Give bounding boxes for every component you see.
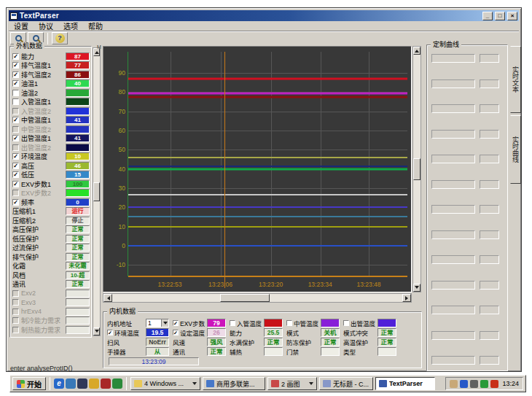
task-button-2 画图[interactable]: 2 画图 <box>267 377 317 390</box>
close-button[interactable]: × <box>507 12 517 20</box>
task-button-TextParser[interactable]: TextParser <box>375 377 435 390</box>
alert-tray-icon[interactable] <box>490 380 498 388</box>
menu-item-协议[interactable]: 协议 <box>34 20 58 31</box>
checkbox[interactable]: ✓ <box>12 163 19 169</box>
task-button-商用多联第...[interactable]: 商用多联第... <box>203 377 265 390</box>
security-icon[interactable] <box>101 378 111 389</box>
scroll-left-icon[interactable] <box>103 294 112 302</box>
scroll-up-icon[interactable] <box>413 47 420 55</box>
curve-name-field[interactable] <box>431 356 475 365</box>
chart-vertical-scrollbar[interactable] <box>412 46 421 292</box>
curve-name-field[interactable] <box>431 306 475 314</box>
checkbox[interactable] <box>12 327 19 333</box>
time-cursor-line[interactable] <box>224 52 225 288</box>
checkbox[interactable]: ✓ <box>173 330 179 335</box>
checkbox[interactable]: ✓ <box>12 71 19 78</box>
checkbox[interactable] <box>12 190 19 196</box>
checkbox[interactable]: ✓ <box>12 117 19 123</box>
checkbox[interactable] <box>12 98 19 105</box>
curve-value-field[interactable] <box>480 356 499 365</box>
x-tick-label: 13:23:48 <box>356 281 380 288</box>
chart-horizontal-scrollbar[interactable] <box>103 293 412 303</box>
scroll-down-icon[interactable] <box>93 327 100 335</box>
outdoor-panel-scrollbar[interactable] <box>93 47 101 336</box>
checkbox[interactable] <box>12 126 19 133</box>
maximize-button[interactable]: □ <box>495 12 505 20</box>
menu-item-选项[interactable]: 选项 <box>58 20 83 31</box>
curve-value-field[interactable] <box>480 79 499 88</box>
curve-value-field[interactable] <box>480 104 499 113</box>
curve-name-field[interactable] <box>431 54 475 63</box>
curve-value-field[interactable] <box>480 306 499 314</box>
address-select-value: 1 <box>146 319 161 327</box>
checkbox[interactable] <box>12 317 19 324</box>
scroll-down-icon[interactable] <box>413 284 420 292</box>
minimize-button[interactable]: _ <box>482 12 493 20</box>
checkbox[interactable] <box>12 308 19 315</box>
curve-name-field[interactable] <box>431 180 475 189</box>
curve-value-field[interactable] <box>480 54 499 63</box>
tab-realtime-curve[interactable]: 实时曲线 <box>510 115 521 184</box>
curve-name-field[interactable] <box>431 205 475 214</box>
tab-realtime-text[interactable]: 实时文本 <box>510 46 521 113</box>
checkbox[interactable]: ✓ <box>12 135 19 141</box>
curve-name-field[interactable] <box>431 230 475 239</box>
curve-name-field[interactable] <box>431 255 475 264</box>
scroll-right-icon[interactable] <box>402 294 411 302</box>
checkbox[interactable]: ✓ <box>12 62 19 69</box>
menu-item-设置[interactable]: 设置 <box>9 20 34 31</box>
checkbox[interactable]: ✓ <box>173 320 179 326</box>
curve-name-field[interactable] <box>431 79 475 88</box>
checkbox[interactable]: ✓ <box>12 199 19 206</box>
messenger-icon[interactable] <box>77 378 87 389</box>
checkbox[interactable]: ✓ <box>12 53 19 60</box>
task-button-4 Windows ...[interactable]: 4 Windows ... <box>130 377 200 390</box>
checkbox[interactable]: ✓ <box>12 181 19 187</box>
start-button[interactable]: 开始 <box>12 377 46 390</box>
checkbox[interactable]: ✓ <box>12 80 19 87</box>
value-badge[interactable]: 1 <box>146 319 169 327</box>
curve-name-field[interactable] <box>431 331 475 340</box>
curve-value-field[interactable] <box>480 180 499 189</box>
checkbox[interactable] <box>230 320 235 326</box>
hand-tray-icon[interactable] <box>450 380 458 388</box>
curve-name-field[interactable] <box>431 130 475 139</box>
checkbox[interactable] <box>286 320 292 326</box>
outdoor-item-list: ✓能力87✓排气温度177✓排气温度286✓油温140油温2入管温度1入管温度2… <box>12 52 90 334</box>
curve-name-field[interactable] <box>431 104 475 113</box>
scrollbar-thumb[interactable] <box>220 294 270 302</box>
curve-value-field[interactable] <box>480 331 499 340</box>
scrollbar-thumb[interactable] <box>93 182 100 201</box>
checkbox[interactable] <box>12 108 19 114</box>
checkbox[interactable]: ✓ <box>12 171 19 178</box>
dropdown-button[interactable] <box>161 319 168 327</box>
nic-tray-icon[interactable] <box>480 380 488 388</box>
outdoor-item: 风档10-超 <box>12 271 90 279</box>
scrollbar-thumb[interactable] <box>413 158 420 180</box>
task-button-无标题 - C...[interactable]: 无标题 - C... <box>319 377 373 390</box>
help-button[interactable]: ? <box>52 32 68 44</box>
curve-name-field[interactable] <box>431 281 475 290</box>
checkbox[interactable]: ✓ <box>107 330 113 335</box>
menu-item-帮助[interactable]: 帮助 <box>83 20 108 31</box>
browser-icon[interactable] <box>66 378 76 389</box>
mail-icon[interactable] <box>89 378 99 389</box>
network-tray-icon[interactable] <box>460 380 468 388</box>
ie-icon[interactable]: e <box>54 378 64 389</box>
curve-value-field[interactable] <box>480 205 499 214</box>
checkbox[interactable]: ✓ <box>12 153 19 160</box>
curve-value-field[interactable] <box>480 230 499 239</box>
checkbox[interactable] <box>12 299 19 306</box>
antivirus-icon[interactable] <box>112 378 122 389</box>
curve-value-field[interactable] <box>480 281 499 290</box>
checkbox[interactable] <box>343 320 349 326</box>
volume-tray-icon[interactable] <box>470 380 478 388</box>
checkbox[interactable] <box>12 290 19 297</box>
curve-value-field[interactable] <box>480 155 499 163</box>
curve-value-field[interactable] <box>480 130 499 139</box>
curve-value-field[interactable] <box>480 255 499 264</box>
checkbox[interactable] <box>12 90 19 96</box>
indoor-groups: 内机地址✓环境温度扫风手操器119.5NoErr从✓EXV步数✓设定温度风速通讯… <box>107 319 420 356</box>
curve-name-field[interactable] <box>431 155 475 163</box>
checkbox[interactable] <box>12 144 19 151</box>
